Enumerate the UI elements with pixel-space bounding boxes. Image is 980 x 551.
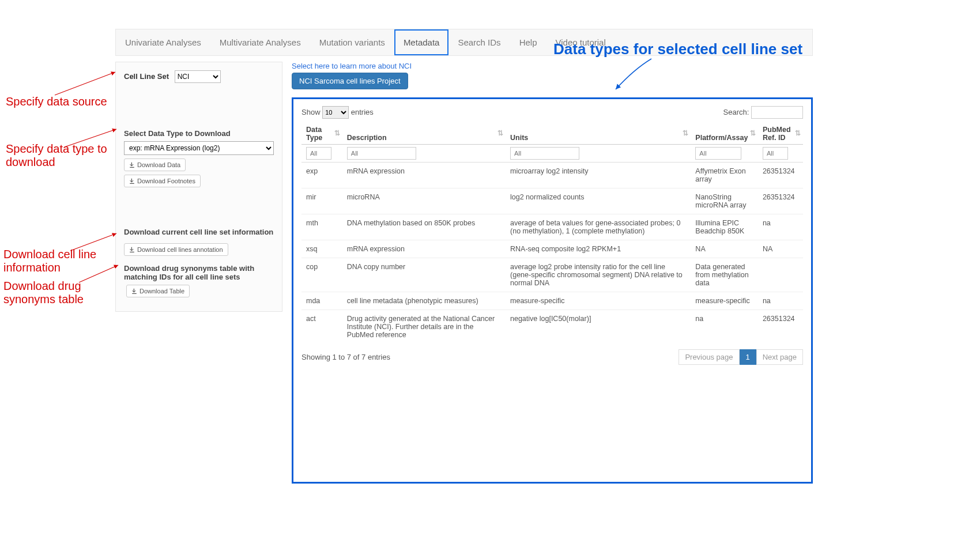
svg-line-1 [65, 129, 116, 147]
table-row: xsqmRNA expressionRNA-seq composite log2… [301, 240, 803, 258]
table-row: mdacell line metadata (phenotypic measur… [301, 292, 803, 310]
table-info: Showing 1 to 7 of 7 entries [301, 353, 390, 361]
column-filter-input[interactable] [510, 147, 579, 160]
cell: DNA copy number [342, 258, 506, 292]
search-wrap: Search: [723, 106, 803, 119]
arrow-icon [78, 262, 124, 285]
data-table-card: Show 10 entries Search: DataType⇅Descrip… [292, 97, 813, 484]
download-icon [129, 247, 135, 252]
drug-synonyms-heading: Download drug synonyms table with matchi… [124, 264, 274, 297]
cell: 26351324 [758, 163, 803, 188]
pagination: Previous page 1 Next page [679, 349, 803, 365]
cell: negative log[IC50(molar)] [506, 310, 691, 344]
entries-selector: Show 10 entries [301, 106, 374, 119]
column-filter-input[interactable] [763, 147, 788, 160]
cell: measure-specific [691, 292, 758, 310]
cell: act [301, 310, 342, 344]
cell: mda [301, 292, 342, 310]
svg-line-3 [79, 265, 118, 282]
cell: mRNA expression [342, 240, 506, 258]
svg-line-2 [70, 233, 116, 251]
page-1-button[interactable]: 1 [740, 349, 756, 365]
annotation-title: Data types for selected cell line set [553, 40, 802, 58]
search-input[interactable] [751, 106, 803, 119]
cell: cell line metadata (phenotypic measures) [342, 292, 506, 310]
tab-help[interactable]: Help [510, 29, 546, 55]
table-row: mirmicroRNAlog2 normalized countsNanoStr… [301, 188, 803, 214]
cell: microarray log2 intensity [506, 163, 691, 188]
table-row: expmRNA expressionmicroarray log2 intens… [301, 163, 803, 188]
arrow-icon [69, 231, 121, 254]
tab-search-ids[interactable]: Search IDs [448, 29, 510, 55]
page-size-select[interactable]: 10 [322, 106, 349, 119]
cell: measure-specific [506, 292, 691, 310]
project-button[interactable]: NCI Sarcoma cell lines Project [292, 73, 408, 89]
cell-line-set-select[interactable]: NCI [175, 70, 221, 83]
cell: 26351324 [758, 188, 803, 214]
table-row: copDNA copy numberaverage log2 probe int… [301, 258, 803, 292]
cell: Data generated from methylation data [691, 258, 758, 292]
cell [758, 258, 803, 292]
learn-link[interactable]: Select here to learn more about NCI [292, 62, 813, 70]
cell-line-set-label: Cell Line Set [124, 72, 169, 81]
tab-multivariate-analyses[interactable]: Multivariate Analyses [210, 29, 310, 55]
cell: NanoString microRNA array [691, 188, 758, 214]
data-type-select[interactable]: exp: mRNA Expression (log2) [124, 141, 274, 155]
current-cell-line-heading: Download current cell line set informati… [124, 228, 274, 236]
download-table-button[interactable]: Download Table [126, 285, 190, 297]
cell: Affymetrix Exon array [691, 163, 758, 188]
tab-mutation-variants[interactable]: Mutation variants [310, 29, 394, 55]
prev-page-button[interactable]: Previous page [679, 349, 739, 365]
column-filter-input[interactable] [306, 147, 331, 160]
download-data-button[interactable]: Download Data [124, 158, 186, 171]
col-header[interactable]: Description⇅ [342, 122, 506, 145]
arrow-icon [52, 69, 121, 98]
cell: cop [301, 258, 342, 292]
cell: microRNA [342, 188, 506, 214]
cell: mir [301, 188, 342, 214]
download-annotation-button[interactable]: Download cell lines annotation [124, 243, 228, 256]
download-icon [129, 162, 135, 168]
arrow-icon [63, 127, 121, 150]
cell: xsq [301, 240, 342, 258]
download-icon [131, 288, 137, 294]
table-row: mthDNA methylation based on 850K probesa… [301, 214, 803, 240]
cell: exp [301, 163, 342, 188]
download-icon [129, 178, 135, 184]
cell: Illumina EPIC Beadchip 850K [691, 214, 758, 240]
table-row: actDrug activity generated at the Nation… [301, 310, 803, 344]
cell: log2 normalized counts [506, 188, 691, 214]
cell: NA [691, 240, 758, 258]
cell: average log2 probe intensity ratio for t… [506, 258, 691, 292]
next-page-button[interactable]: Next page [756, 349, 803, 365]
cell: mRNA expression [342, 163, 506, 188]
tab-univariate-analyses[interactable]: Univariate Analyses [116, 29, 210, 55]
column-filter-input[interactable] [695, 147, 741, 160]
cell: Drug activity generated at the National … [342, 310, 506, 344]
cell: na [691, 310, 758, 344]
cell: DNA methylation based on 850K probes [342, 214, 506, 240]
column-filter-input[interactable] [347, 147, 416, 160]
cell: NA [758, 240, 803, 258]
sidebar-panel: Cell Line Set NCI Select Data Type to Do… [115, 62, 282, 312]
cell: mth [301, 214, 342, 240]
arrow-icon [611, 58, 657, 98]
cell: RNA-seq composite log2 RPKM+1 [506, 240, 691, 258]
tab-metadata[interactable]: Metadata [394, 29, 449, 55]
cell: average of beta values for gene-associat… [506, 214, 691, 240]
cell: na [758, 292, 803, 310]
col-header[interactable]: DataType⇅ [301, 122, 342, 145]
svg-line-0 [55, 72, 115, 95]
col-header[interactable]: Units⇅ [506, 122, 691, 145]
col-header[interactable]: Platform/Assay⇅ [691, 122, 758, 145]
select-data-type-heading: Select Data Type to Download [124, 129, 274, 138]
col-header[interactable]: PubMedRef. ID⇅ [758, 122, 803, 145]
main-panel: Select here to learn more about NCI NCI … [292, 62, 813, 484]
cell: na [758, 214, 803, 240]
download-footnotes-button[interactable]: Download Footnotes [124, 175, 201, 187]
cell: 26351324 [758, 310, 803, 344]
data-table: DataType⇅Description⇅Units⇅Platform/Assa… [301, 122, 803, 344]
